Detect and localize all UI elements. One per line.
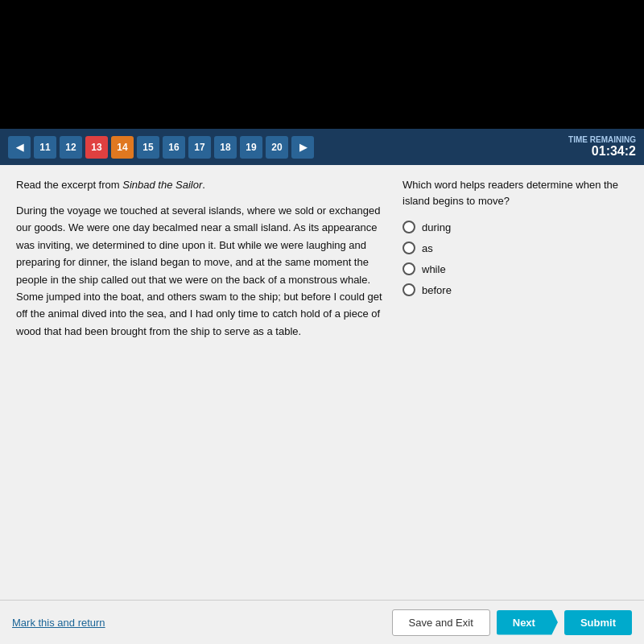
radio-while[interactable] — [402, 262, 415, 275]
passage-title-italic: Sinbad the Sailor — [122, 179, 202, 191]
header-bar: ◀ 11 12 13 14 15 16 17 18 19 20 ▶ TIME R… — [0, 129, 644, 165]
option-during-label: during — [422, 221, 451, 233]
option-as[interactable]: as — [402, 242, 628, 254]
nav-item-14[interactable]: 14 — [111, 136, 134, 159]
save-exit-button[interactable]: Save and Exit — [392, 609, 490, 636]
radio-as[interactable] — [402, 242, 415, 254]
nav-item-19[interactable]: 19 — [240, 136, 262, 159]
top-black-area — [0, 0, 644, 129]
radio-during[interactable] — [402, 221, 415, 233]
option-before-label: before — [422, 284, 452, 296]
next-button[interactable]: Next — [497, 610, 558, 635]
bottom-bar: Mark this and return Save and Exit Next … — [0, 600, 644, 644]
nav-item-16[interactable]: 16 — [163, 136, 185, 159]
timer-value: 01:34:2 — [568, 144, 636, 159]
nav-item-20[interactable]: 20 — [266, 136, 288, 159]
next-arrow-button[interactable]: ▶ — [291, 136, 314, 159]
main-content: Read the excerpt from Sinbad the Sailor.… — [0, 165, 644, 644]
nav-item-17[interactable]: 17 — [188, 136, 211, 159]
prev-arrow-button[interactable]: ◀ — [8, 136, 31, 159]
nav-item-13[interactable]: 13 — [85, 136, 108, 159]
option-before[interactable]: before — [402, 283, 628, 296]
option-during[interactable]: during — [402, 221, 628, 233]
mark-return-link[interactable]: Mark this and return — [12, 617, 105, 629]
nav-item-11[interactable]: 11 — [34, 136, 56, 159]
passage-text: During the voyage we touched at several … — [16, 202, 386, 341]
submit-button[interactable]: Submit — [564, 610, 632, 635]
bottom-right-buttons: Save and Exit Next Submit — [392, 609, 632, 636]
option-while-label: while — [422, 263, 446, 275]
content-body: Read the excerpt from Sinbad the Sailor.… — [0, 165, 644, 600]
option-while[interactable]: while — [402, 262, 628, 275]
nav-item-15[interactable]: 15 — [137, 136, 159, 159]
option-as-label: as — [422, 242, 433, 254]
passage-title: Read the excerpt from Sinbad the Sailor. — [16, 177, 386, 194]
nav-item-18[interactable]: 18 — [214, 136, 237, 159]
navigation-area: ◀ 11 12 13 14 15 16 17 18 19 20 ▶ — [8, 136, 314, 159]
nav-item-12[interactable]: 12 — [60, 136, 82, 159]
question-section: Which word helps readers determine when … — [402, 177, 628, 588]
timer-label: TIME REMAINING — [568, 135, 636, 144]
timer-area: TIME REMAINING 01:34:2 — [568, 135, 636, 159]
question-text: Which word helps readers determine when … — [402, 177, 628, 208]
options-list: during as while before — [402, 221, 628, 296]
passage-section: Read the excerpt from Sinbad the Sailor.… — [16, 177, 386, 588]
radio-before[interactable] — [402, 283, 415, 296]
